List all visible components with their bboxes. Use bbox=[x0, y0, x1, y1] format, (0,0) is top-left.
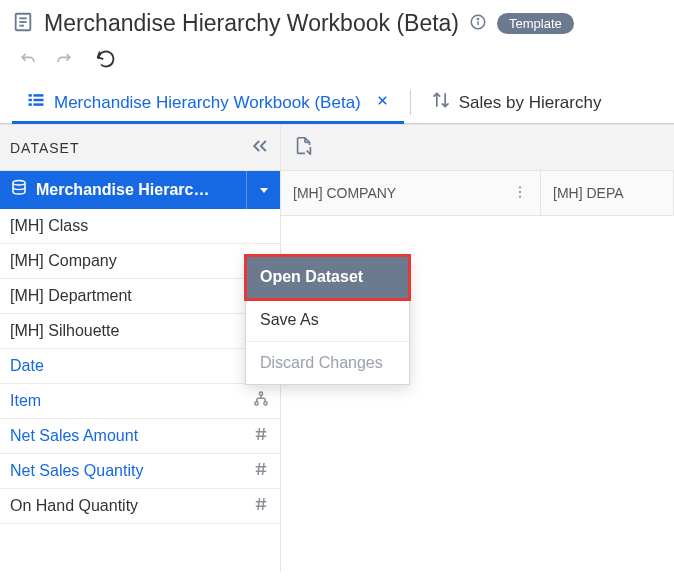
sort-icon bbox=[431, 90, 451, 115]
svg-rect-7 bbox=[29, 94, 32, 97]
main-toolbar bbox=[281, 125, 674, 171]
collapse-button[interactable] bbox=[250, 136, 270, 159]
svg-point-17 bbox=[13, 181, 25, 186]
svg-point-26 bbox=[264, 402, 267, 405]
field-name: Net Sales Quantity bbox=[10, 462, 143, 480]
tabs-bar: Merchandise Hierarchy Workbook (Beta) Sa… bbox=[0, 82, 674, 124]
column-header[interactable]: [MH] COMPANY bbox=[281, 171, 541, 215]
refresh-button[interactable] bbox=[96, 49, 116, 72]
close-icon[interactable] bbox=[375, 93, 390, 113]
info-icon[interactable] bbox=[469, 13, 487, 34]
field-list: [MH] Class[MH] Company[MH] Department[MH… bbox=[0, 209, 280, 524]
svg-point-24 bbox=[259, 392, 262, 395]
menu-item-open-dataset[interactable]: Open Dataset bbox=[246, 256, 409, 299]
svg-point-6 bbox=[477, 18, 478, 19]
field-row[interactable]: [MH] Department bbox=[0, 279, 280, 314]
database-icon bbox=[10, 179, 28, 201]
field-row[interactable]: Date bbox=[0, 349, 280, 384]
svg-point-25 bbox=[255, 402, 258, 405]
sidebar-title: DATASET bbox=[10, 140, 80, 156]
menu-item-discard-changes: Discard Changes bbox=[246, 342, 409, 384]
field-row[interactable]: [MH] Class bbox=[0, 209, 280, 244]
header-bar: Merchandise Hierarchy Workbook (Beta) Te… bbox=[0, 0, 674, 43]
svg-point-41 bbox=[519, 186, 521, 188]
sidebar: DATASET Merchandise Hierarc… [MH] Class[… bbox=[0, 125, 281, 572]
menu-item-save-as[interactable]: Save As bbox=[246, 299, 409, 342]
svg-line-38 bbox=[263, 498, 265, 510]
tab-workbook[interactable]: Merchandise Hierarchy Workbook (Beta) bbox=[12, 82, 404, 123]
dataset-selector[interactable]: Merchandise Hierarc… bbox=[0, 171, 280, 209]
sidebar-header: DATASET bbox=[0, 125, 280, 171]
svg-line-30 bbox=[263, 428, 265, 440]
page-title: Merchandise Hierarchy Workbook (Beta) bbox=[44, 10, 459, 37]
svg-line-33 bbox=[258, 463, 260, 475]
svg-point-42 bbox=[519, 190, 521, 192]
svg-rect-12 bbox=[34, 103, 44, 106]
tab-separator bbox=[410, 90, 411, 115]
add-column-button[interactable] bbox=[293, 135, 315, 160]
workbook-icon bbox=[12, 11, 34, 36]
svg-rect-9 bbox=[29, 99, 32, 102]
redo-button[interactable] bbox=[54, 49, 74, 72]
dataset-caret[interactable] bbox=[246, 171, 280, 209]
field-row[interactable]: Net Sales Amount bbox=[0, 419, 280, 454]
dataset-name: Merchandise Hierarc… bbox=[36, 181, 209, 199]
field-name: Item bbox=[10, 392, 41, 410]
field-name: [MH] Class bbox=[10, 217, 88, 235]
column-label: [MH] DEPA bbox=[553, 185, 624, 201]
field-row[interactable]: [MH] Silhouette bbox=[0, 314, 280, 349]
field-row[interactable]: Net Sales Quantity bbox=[0, 454, 280, 489]
field-name: Net Sales Amount bbox=[10, 427, 138, 445]
template-badge: Template bbox=[497, 13, 574, 34]
field-row[interactable]: Item bbox=[0, 384, 280, 419]
field-name: On Hand Quantity bbox=[10, 497, 138, 515]
more-icon[interactable] bbox=[512, 184, 528, 203]
hash-icon bbox=[252, 460, 270, 482]
field-row[interactable]: [MH] Company bbox=[0, 244, 280, 279]
field-name: [MH] Silhouette bbox=[10, 322, 119, 340]
undo-button[interactable] bbox=[18, 49, 38, 72]
field-name: Date bbox=[10, 357, 44, 375]
column-header[interactable]: [MH] DEPA bbox=[541, 171, 674, 215]
svg-line-37 bbox=[258, 498, 260, 510]
hash-icon bbox=[252, 425, 270, 447]
svg-rect-8 bbox=[34, 94, 44, 97]
tab-label: Merchandise Hierarchy Workbook (Beta) bbox=[54, 93, 361, 113]
field-name: [MH] Department bbox=[10, 287, 132, 305]
field-name: [MH] Company bbox=[10, 252, 117, 270]
tab-label: Sales by Hierarchy bbox=[459, 93, 602, 113]
svg-line-29 bbox=[258, 428, 260, 440]
history-toolbar bbox=[0, 43, 674, 82]
field-row[interactable]: On Hand Quantity bbox=[0, 489, 280, 524]
svg-point-43 bbox=[519, 195, 521, 197]
tab-sales[interactable]: Sales by Hierarchy bbox=[417, 82, 616, 123]
hash-icon bbox=[252, 495, 270, 517]
column-label: [MH] COMPANY bbox=[293, 185, 396, 201]
svg-line-34 bbox=[263, 463, 265, 475]
svg-marker-18 bbox=[260, 188, 268, 193]
dataset-menu: Open DatasetSave AsDiscard Changes bbox=[245, 255, 410, 385]
svg-rect-11 bbox=[29, 103, 32, 106]
hierarchy-icon bbox=[252, 390, 270, 412]
column-headers: [MH] COMPANY [MH] DEPA bbox=[281, 171, 674, 216]
list-icon bbox=[26, 90, 46, 115]
svg-rect-10 bbox=[34, 99, 44, 102]
